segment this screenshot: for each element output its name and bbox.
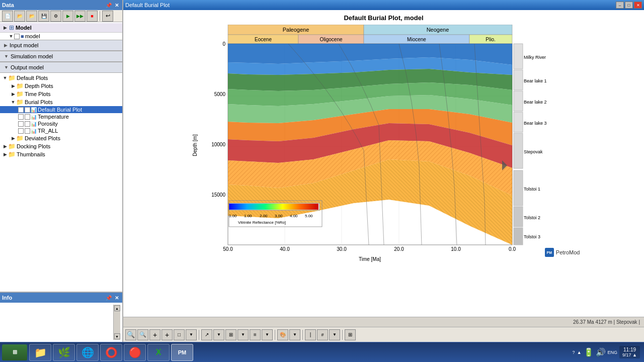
- tool-export[interactable]: ⚙: [50, 11, 61, 22]
- explorer-icon: 📁: [34, 346, 47, 358]
- y-tick-10000: 10000: [211, 142, 225, 147]
- time-plots-expand[interactable]: ▶: [10, 91, 16, 97]
- default-plots-item[interactable]: ▼ 📁 Default Plots: [0, 74, 122, 82]
- sim-arrow: ▼: [4, 54, 9, 59]
- taskbar-app-green[interactable]: 🌿: [53, 344, 75, 361]
- docking-plots-item[interactable]: ▶ 📁 Docking Plots: [0, 142, 122, 150]
- arrow-drop[interactable]: ▼: [213, 329, 224, 340]
- taskbar-app-explorer[interactable]: 📁: [29, 344, 51, 361]
- thumbnails-icon: 📁: [8, 151, 16, 158]
- deviated-expand[interactable]: ▶: [10, 135, 16, 141]
- tool-save[interactable]: 💾: [38, 11, 49, 22]
- taskbar-app-circle[interactable]: ⭕: [100, 344, 122, 361]
- thumbnails-item[interactable]: ▶ 📁 Thumbnails: [0, 150, 122, 158]
- porosity-item[interactable]: 📊 Porosity: [0, 120, 122, 127]
- x-tick-10: 10.0: [451, 246, 461, 252]
- add-btn[interactable]: +: [149, 329, 160, 340]
- taskbar-app-excel[interactable]: X: [147, 344, 170, 361]
- tool-open2[interactable]: 📂: [26, 11, 37, 22]
- pm-icon: PM: [178, 349, 187, 355]
- burial-plots-item[interactable]: ▼ 📁 Burial Plots: [0, 98, 122, 106]
- grid-drop[interactable]: ▼: [329, 329, 340, 340]
- zoom-in-btn[interactable]: 🔍: [137, 329, 148, 340]
- scroll-down[interactable]: ▼: [114, 333, 120, 339]
- plot-minimize-btn[interactable]: –: [616, 2, 624, 9]
- depth-plots-item[interactable]: ▶ 📁 Depth Plots: [0, 82, 122, 90]
- rect-drop[interactable]: ▼: [186, 329, 197, 340]
- tr-check2[interactable]: [25, 128, 30, 134]
- taskbar: ⊞ 📁 🌿 🌐 ⭕ 🔴 X PM ? ▲ 🔋 🔊 ENG 11:19: [0, 342, 644, 362]
- depth-plots-expand[interactable]: ▶: [10, 83, 16, 89]
- tool-undo[interactable]: ↩: [102, 11, 113, 22]
- plot-close-btn[interactable]: ✕: [634, 2, 642, 9]
- start-button[interactable]: ⊞: [2, 344, 27, 360]
- cb-tick-1: 1.00: [244, 214, 252, 218]
- cb-tick-0: 0.00: [229, 214, 237, 218]
- burial-plot-check[interactable]: [18, 107, 24, 113]
- plot-status-bar: 26.37 Ma 4127 m | Stepovak |: [123, 317, 644, 327]
- add2-btn[interactable]: +: [162, 329, 173, 340]
- default-plots-expand[interactable]: ▼: [2, 75, 8, 81]
- temperature-item[interactable]: 📊 Temperature: [0, 113, 122, 120]
- simulation-model-divider[interactable]: ▼ Simulation model: [0, 51, 122, 62]
- temp-check2[interactable]: [25, 114, 30, 120]
- input-model-divider[interactable]: ▶ Input model: [0, 40, 122, 51]
- align-btn[interactable]: ≡: [250, 329, 261, 340]
- output-model-divider[interactable]: ▼ Output model: [0, 62, 122, 73]
- arrow-btn[interactable]: ↗: [201, 329, 212, 340]
- model-item-expand[interactable]: ▼: [8, 33, 14, 39]
- tree-model-item[interactable]: ▼ ■ model: [0, 33, 122, 40]
- model-header[interactable]: ▶ ⊞ Model: [0, 23, 122, 33]
- thumbnails-expand[interactable]: ▶: [2, 151, 8, 157]
- deviated-plots-item[interactable]: ▶ 📁 Deviated Plots: [0, 134, 122, 142]
- time-plots-item[interactable]: ▶ 📁 Time Plots: [0, 90, 122, 98]
- model-checkbox[interactable]: [14, 34, 20, 39]
- taskbar-app-chrome[interactable]: 🌐: [76, 344, 99, 361]
- pm-logo-text: PetroMod: [556, 249, 580, 255]
- por-check[interactable]: [18, 121, 24, 127]
- clock-time: 11:19: [622, 347, 637, 352]
- default-plots-icon: 📁: [8, 74, 16, 81]
- panel-close-icon[interactable]: ✕: [113, 2, 120, 9]
- tool-open[interactable]: 📂: [14, 11, 25, 22]
- por-check2[interactable]: [25, 121, 30, 127]
- table-btn[interactable]: ⊞: [345, 329, 356, 340]
- plot-maximize-btn[interactable]: □: [625, 2, 633, 9]
- color-drop[interactable]: ▼: [289, 329, 300, 340]
- tool-run2[interactable]: ▶▶: [74, 11, 86, 22]
- taskbar-clock[interactable]: 11:19 9/17 ▲: [619, 346, 640, 358]
- plot-bottom-toolbar: 🔍 🔍 + + □ ▼ ↗ ▼ ⊞ ▼ ≡ ▼ 🎨 ▼ | # ▼: [123, 327, 644, 342]
- color-btn[interactable]: 🎨: [277, 329, 288, 340]
- taskbar-app-red[interactable]: 🔴: [124, 344, 146, 361]
- tool-run[interactable]: ▶: [62, 11, 73, 22]
- taskbar-help[interactable]: ?: [573, 350, 575, 355]
- taskbar-arrow-up[interactable]: ▲: [577, 350, 582, 355]
- zoom-out-btn[interactable]: 🔍: [125, 329, 136, 340]
- cb-label: Vitrinite Reflectance [%Ro]: [238, 220, 286, 225]
- grid-btn[interactable]: #: [317, 329, 328, 340]
- scroll-up[interactable]: ▲: [114, 305, 120, 311]
- depth-plots-label: Depth Plots: [25, 83, 53, 89]
- temp-check[interactable]: [18, 114, 24, 120]
- burial-plot-check2[interactable]: [25, 107, 30, 113]
- vert-btn[interactable]: |: [305, 329, 316, 340]
- burial-plots-expand[interactable]: ▼: [10, 99, 16, 105]
- plot-title-bar: Default Burial Plot – □ ✕: [123, 0, 644, 10]
- panel-pin-icon[interactable]: 📌: [105, 2, 112, 9]
- tr-all-item[interactable]: 📊 TR_ALL: [0, 127, 122, 134]
- tr-icon: 📊: [31, 128, 37, 134]
- layer-btn[interactable]: ⊞: [225, 329, 236, 340]
- taskbar-app-pm[interactable]: PM: [171, 344, 193, 361]
- align-drop[interactable]: ▼: [262, 329, 273, 340]
- right-area: Default Burial Plot – □ ✕ Default Burial…: [123, 0, 644, 342]
- rect-btn[interactable]: □: [174, 329, 185, 340]
- docking-expand[interactable]: ▶: [2, 143, 8, 149]
- info-close-icon[interactable]: ✕: [113, 294, 120, 301]
- info-pin-icon[interactable]: 📌: [105, 294, 112, 301]
- default-burial-plot-item[interactable]: 📊 Default Burial Plot: [0, 106, 122, 113]
- tool-stop[interactable]: ■: [87, 11, 98, 22]
- model-expand[interactable]: ▶: [2, 25, 8, 31]
- tool-new[interactable]: 📄: [2, 11, 13, 22]
- tr-check[interactable]: [18, 128, 24, 134]
- layer-drop[interactable]: ▼: [237, 329, 249, 340]
